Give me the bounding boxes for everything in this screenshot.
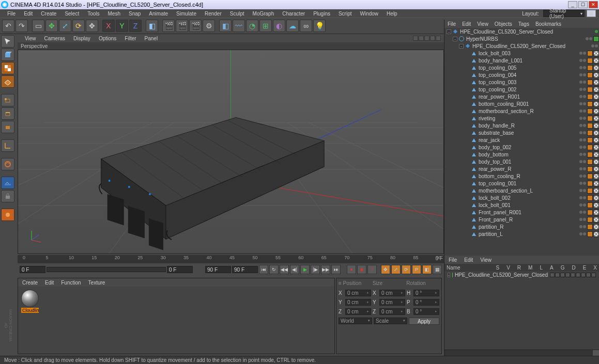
coord-z-field[interactable]: 0 cm bbox=[345, 308, 371, 315]
object-row[interactable]: partition_R bbox=[444, 223, 599, 230]
object-row[interactable]: body_bottom bbox=[444, 151, 599, 158]
attr-flag-icon[interactable] bbox=[581, 273, 586, 277]
axis-toggle-button[interactable] bbox=[1, 139, 14, 152]
menu-tools[interactable]: Tools bbox=[83, 11, 103, 17]
object-row[interactable]: partition_L bbox=[444, 230, 599, 238]
spline-button[interactable]: 〰 bbox=[233, 20, 245, 32]
texture-tag-icon[interactable] bbox=[593, 210, 599, 215]
phong-tag-icon[interactable] bbox=[587, 51, 593, 56]
object-row[interactable]: top_cooling_004 bbox=[444, 71, 599, 78]
texture-tag-icon[interactable] bbox=[593, 195, 599, 201]
snap-button[interactable] bbox=[1, 177, 14, 189]
phong-tag-icon[interactable] bbox=[587, 231, 593, 237]
goto-end-button[interactable]: ⏭ bbox=[331, 265, 341, 274]
layout-select[interactable]: Startup (User) bbox=[543, 10, 585, 17]
z-axis-button[interactable]: Z bbox=[129, 20, 142, 32]
live-select-icon[interactable] bbox=[1, 35, 14, 48]
texture-tag-icon[interactable] bbox=[593, 123, 599, 129]
texture-tag-icon[interactable] bbox=[593, 101, 599, 107]
object-row[interactable]: -HPE_Cloudline_CL5200_Server_Closed bbox=[444, 42, 599, 50]
object-row[interactable]: Front_panel_R bbox=[444, 216, 599, 223]
material-item[interactable]: Cloudlin bbox=[21, 290, 39, 313]
phong-tag-icon[interactable] bbox=[587, 159, 593, 165]
phong-tag-icon[interactable] bbox=[587, 123, 593, 129]
menu-edit[interactable]: Edit bbox=[20, 11, 37, 17]
visibility-dots[interactable] bbox=[579, 131, 586, 134]
objmenu-tags[interactable]: Tags bbox=[518, 21, 529, 27]
visibility-dots[interactable] bbox=[579, 146, 586, 149]
nurbs-button[interactable]: ◔ bbox=[246, 20, 258, 32]
scrollbar[interactable] bbox=[593, 350, 599, 356]
visibility-dots[interactable] bbox=[579, 95, 586, 98]
timeline-slider[interactable] bbox=[47, 267, 166, 272]
render-settings-button[interactable]: ⚙ bbox=[203, 20, 215, 32]
close-button[interactable]: ✕ bbox=[589, 1, 598, 8]
menu-file[interactable]: File bbox=[3, 11, 20, 17]
select-tool[interactable]: ▭ bbox=[32, 20, 44, 32]
texture-tag-icon[interactable] bbox=[593, 58, 599, 64]
phong-tag-icon[interactable] bbox=[587, 202, 593, 208]
attr-flag-icon[interactable] bbox=[591, 273, 596, 277]
attr-flag-icon[interactable] bbox=[565, 273, 570, 277]
attr-flag-icon[interactable] bbox=[576, 273, 580, 277]
move-tool[interactable]: ✥ bbox=[45, 20, 58, 32]
timeline-end1-field[interactable]: 90 F bbox=[205, 266, 231, 273]
object-row[interactable]: -HPE_Cloudline_CL5200_Server_Closed bbox=[444, 28, 599, 35]
visibility-dots[interactable] bbox=[579, 232, 586, 235]
key-menu-button[interactable]: ▦ bbox=[433, 265, 442, 274]
texture-tag-icon[interactable] bbox=[593, 108, 599, 114]
menu-plugins[interactable]: Plugins bbox=[309, 11, 334, 17]
vp-nav-icon[interactable] bbox=[424, 36, 429, 41]
texture-tag-icon[interactable] bbox=[593, 188, 599, 194]
array-button[interactable]: ⊞ bbox=[259, 20, 272, 32]
matmenu-function[interactable]: Function bbox=[61, 280, 81, 286]
timeline-ruler[interactable]: 0 F 051015202530354045505560657075808590 bbox=[18, 255, 444, 263]
menu-simulate[interactable]: Simulate bbox=[172, 11, 201, 17]
minimize-button[interactable]: _ bbox=[568, 1, 577, 8]
point-mode-button[interactable] bbox=[1, 94, 14, 106]
object-row[interactable]: top_cooling_003 bbox=[444, 78, 599, 86]
doc-config-button[interactable]: ▦ bbox=[587, 10, 596, 17]
visibility-dots[interactable] bbox=[579, 153, 586, 156]
coord-z-field[interactable]: 0 cm bbox=[379, 308, 405, 315]
phong-tag-icon[interactable] bbox=[587, 72, 593, 78]
coord-p-field[interactable]: 0 ° bbox=[413, 299, 439, 306]
key-icon[interactable]: ? bbox=[367, 265, 377, 274]
visibility-dots[interactable] bbox=[579, 102, 586, 105]
workplane-button[interactable] bbox=[1, 75, 14, 88]
render-region-button[interactable]: 🎬 bbox=[176, 20, 188, 32]
visibility-dots[interactable] bbox=[579, 109, 586, 113]
object-row[interactable]: substrate_base bbox=[444, 129, 599, 136]
texture-tag-icon[interactable] bbox=[593, 72, 599, 78]
object-row[interactable]: body_top_002 bbox=[444, 144, 599, 151]
key-pos-button[interactable]: ✥ bbox=[381, 265, 390, 274]
texture-tag-icon[interactable] bbox=[593, 166, 599, 172]
texture-tag-icon[interactable] bbox=[593, 159, 599, 165]
phong-tag-icon[interactable] bbox=[587, 152, 593, 157]
object-tree[interactable]: -HPE_Cloudline_CL5200_Server_Closed-Hype… bbox=[444, 28, 599, 256]
objmenu-edit[interactable]: Edit bbox=[462, 21, 471, 27]
object-row[interactable]: lock_bolt_002 bbox=[444, 194, 599, 201]
scale-tool[interactable]: ⤢ bbox=[59, 20, 71, 32]
vpmenu-cameras[interactable]: Cameras bbox=[40, 36, 70, 41]
attribute-row[interactable]: - HPE_Cloudline_CL5200_Server_Closed bbox=[444, 271, 599, 278]
key-param-button[interactable]: P bbox=[412, 265, 421, 274]
texture-mode-button[interactable] bbox=[1, 62, 14, 74]
deform-button[interactable]: ◐ bbox=[273, 20, 285, 32]
next-key-button[interactable]: |▶ bbox=[311, 265, 320, 274]
objmenu-view[interactable]: View bbox=[477, 21, 488, 27]
visibility-dots[interactable] bbox=[579, 203, 586, 207]
visibility-dots[interactable] bbox=[579, 73, 586, 76]
viewport-canvas[interactable] bbox=[18, 50, 444, 254]
texture-tag-icon[interactable] bbox=[593, 217, 599, 223]
matmenu-create[interactable]: Create bbox=[22, 280, 38, 286]
texture-tag-icon[interactable] bbox=[593, 51, 599, 56]
phong-tag-icon[interactable] bbox=[587, 195, 593, 201]
phong-tag-icon[interactable] bbox=[587, 210, 593, 215]
autokey-button[interactable]: ◉ bbox=[357, 265, 366, 274]
x-axis-button[interactable]: X bbox=[102, 20, 115, 32]
undo-button[interactable]: ↶ bbox=[2, 20, 14, 32]
phong-tag-icon[interactable] bbox=[587, 188, 593, 194]
attrmenu-edit[interactable]: Edit bbox=[464, 257, 473, 263]
object-row[interactable]: riveting bbox=[444, 115, 599, 122]
